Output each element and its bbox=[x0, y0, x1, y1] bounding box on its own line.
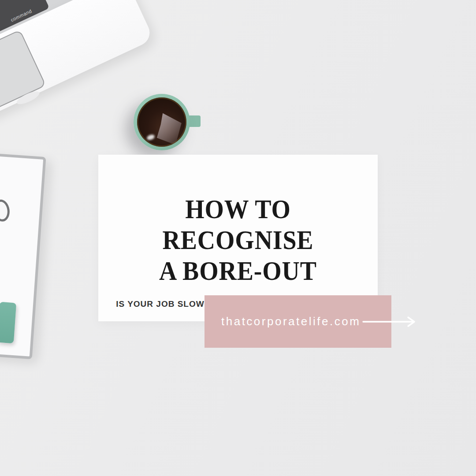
page-title: HOW TO RECOGNISE A BORE-OUT bbox=[112, 193, 364, 286]
page-title-line2: A BORE-OUT bbox=[112, 255, 364, 286]
social-graphic: command HOW TO RECOGNISE A BORE-OUT IS Y… bbox=[0, 0, 476, 476]
eraser bbox=[0, 302, 16, 343]
coffee-surface bbox=[137, 97, 186, 147]
binder-ring-right bbox=[0, 198, 11, 223]
arrow-right-icon[interactable] bbox=[361, 315, 421, 329]
page-title-line1: HOW TO RECOGNISE bbox=[112, 193, 364, 255]
coffee-mug bbox=[134, 94, 190, 150]
coffee-bubbles bbox=[137, 97, 186, 147]
website-url[interactable]: thatcorporatelife.com bbox=[221, 315, 361, 328]
website-banner: thatcorporatelife.com bbox=[205, 295, 391, 348]
